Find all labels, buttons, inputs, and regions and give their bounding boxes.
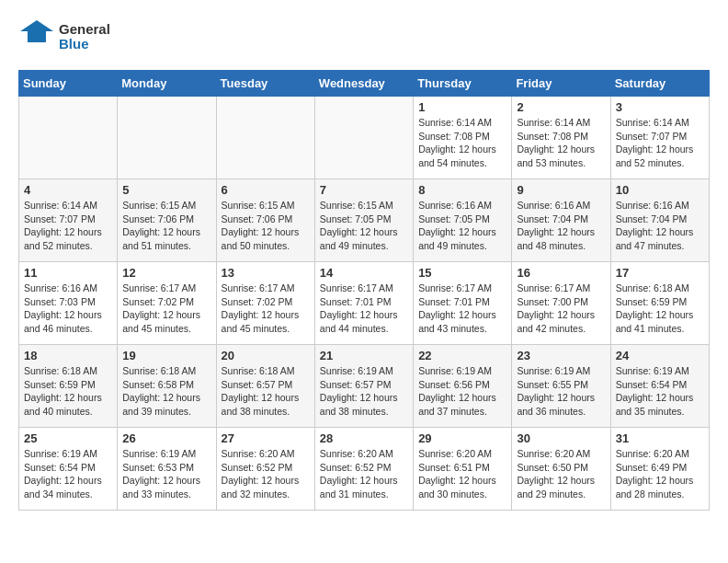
- day-number: 7: [320, 183, 408, 197]
- logo-blue-text: Blue: [59, 36, 89, 52]
- week-row-3: 11Sunrise: 6:16 AM Sunset: 7:03 PM Dayli…: [19, 262, 710, 345]
- day-info: Sunrise: 6:14 AM Sunset: 7:07 PM Dayligh…: [616, 116, 704, 170]
- calendar-cell: 17Sunrise: 6:18 AM Sunset: 6:59 PM Dayli…: [610, 262, 709, 345]
- day-number: 10: [616, 183, 704, 197]
- day-number: 23: [517, 349, 605, 362]
- calendar-cell: 14Sunrise: 6:17 AM Sunset: 7:01 PM Dayli…: [314, 262, 413, 345]
- day-info: Sunrise: 6:19 AM Sunset: 6:53 PM Dayligh…: [122, 447, 210, 501]
- day-info: Sunrise: 6:20 AM Sunset: 6:50 PM Dayligh…: [517, 447, 605, 501]
- logo: GeneralBlue: [18, 18, 110, 55]
- day-number: 29: [418, 431, 506, 445]
- day-info: Sunrise: 6:18 AM Sunset: 6:58 PM Dayligh…: [122, 364, 210, 419]
- day-info: Sunrise: 6:16 AM Sunset: 7:04 PM Dayligh…: [517, 199, 605, 253]
- calendar-cell: 18Sunrise: 6:18 AM Sunset: 6:59 PM Dayli…: [19, 345, 118, 428]
- calendar-cell: 16Sunrise: 6:17 AM Sunset: 7:00 PM Dayli…: [512, 262, 610, 345]
- days-header-row: SundayMondayTuesdayWednesdayThursdayFrid…: [19, 71, 710, 97]
- day-info: Sunrise: 6:15 AM Sunset: 7:06 PM Dayligh…: [122, 199, 210, 253]
- day-info: Sunrise: 6:18 AM Sunset: 6:57 PM Dayligh…: [222, 364, 310, 419]
- day-header-tuesday: Tuesday: [216, 71, 314, 97]
- day-number: 11: [24, 266, 112, 280]
- day-number: 19: [122, 349, 210, 362]
- calendar-cell: 4Sunrise: 6:14 AM Sunset: 7:07 PM Daylig…: [19, 179, 118, 262]
- calendar-cell: [19, 97, 118, 179]
- day-info: Sunrise: 6:19 AM Sunset: 6:54 PM Dayligh…: [24, 447, 112, 501]
- calendar-cell: 2Sunrise: 6:14 AM Sunset: 7:08 PM Daylig…: [512, 97, 610, 179]
- day-info: Sunrise: 6:17 AM Sunset: 7:02 PM Dayligh…: [222, 282, 310, 336]
- calendar-cell: [118, 97, 216, 179]
- day-number: 31: [616, 431, 704, 445]
- day-number: 25: [24, 431, 112, 445]
- day-number: 28: [320, 431, 408, 445]
- calendar-cell: 29Sunrise: 6:20 AM Sunset: 6:51 PM Dayli…: [414, 428, 512, 511]
- calendar-cell: [216, 97, 314, 179]
- day-info: Sunrise: 6:19 AM Sunset: 6:57 PM Dayligh…: [320, 364, 408, 419]
- day-info: Sunrise: 6:14 AM Sunset: 7:08 PM Dayligh…: [517, 116, 605, 170]
- day-number: 2: [517, 100, 605, 114]
- day-number: 21: [320, 349, 408, 362]
- day-info: Sunrise: 6:18 AM Sunset: 6:59 PM Dayligh…: [616, 282, 704, 336]
- day-number: 27: [222, 431, 310, 445]
- day-info: Sunrise: 6:15 AM Sunset: 7:05 PM Dayligh…: [320, 199, 408, 253]
- calendar-cell: 9Sunrise: 6:16 AM Sunset: 7:04 PM Daylig…: [512, 179, 610, 262]
- calendar-table: SundayMondayTuesdayWednesdayThursdayFrid…: [18, 70, 710, 511]
- day-number: 9: [517, 183, 605, 197]
- header: GeneralBlue: [18, 18, 710, 55]
- day-number: 17: [616, 266, 704, 280]
- day-info: Sunrise: 6:19 AM Sunset: 6:56 PM Dayligh…: [418, 364, 506, 419]
- day-number: 4: [24, 183, 112, 197]
- day-info: Sunrise: 6:16 AM Sunset: 7:05 PM Dayligh…: [418, 199, 506, 253]
- day-number: 14: [320, 266, 408, 280]
- day-info: Sunrise: 6:15 AM Sunset: 7:06 PM Dayligh…: [222, 199, 310, 253]
- day-info: Sunrise: 6:16 AM Sunset: 7:04 PM Dayligh…: [616, 199, 704, 253]
- calendar-cell: 27Sunrise: 6:20 AM Sunset: 6:52 PM Dayli…: [216, 428, 314, 511]
- calendar-cell: 31Sunrise: 6:20 AM Sunset: 6:49 PM Dayli…: [610, 428, 709, 511]
- day-number: 1: [418, 100, 506, 114]
- day-info: Sunrise: 6:19 AM Sunset: 6:54 PM Dayligh…: [616, 364, 704, 419]
- week-row-5: 25Sunrise: 6:19 AM Sunset: 6:54 PM Dayli…: [19, 428, 710, 511]
- day-header-friday: Friday: [512, 71, 610, 97]
- logo-general-text: General: [59, 21, 110, 37]
- day-number: 5: [122, 183, 210, 197]
- day-number: 12: [122, 266, 210, 280]
- week-row-2: 4Sunrise: 6:14 AM Sunset: 7:07 PM Daylig…: [19, 179, 710, 262]
- calendar-cell: 19Sunrise: 6:18 AM Sunset: 6:58 PM Dayli…: [118, 345, 216, 428]
- day-number: 26: [122, 431, 210, 445]
- day-number: 30: [517, 431, 605, 445]
- day-number: 20: [222, 349, 310, 362]
- day-number: 13: [222, 266, 310, 280]
- day-number: 16: [517, 266, 605, 280]
- calendar-cell: 13Sunrise: 6:17 AM Sunset: 7:02 PM Dayli…: [216, 262, 314, 345]
- week-row-4: 18Sunrise: 6:18 AM Sunset: 6:59 PM Dayli…: [19, 345, 710, 428]
- calendar-cell: [314, 97, 413, 179]
- svg-marker-0: [20, 20, 53, 42]
- calendar-cell: 15Sunrise: 6:17 AM Sunset: 7:01 PM Dayli…: [414, 262, 512, 345]
- calendar-cell: 3Sunrise: 6:14 AM Sunset: 7:07 PM Daylig…: [610, 97, 709, 179]
- day-info: Sunrise: 6:17 AM Sunset: 7:01 PM Dayligh…: [418, 282, 506, 336]
- day-number: 3: [616, 100, 704, 114]
- day-info: Sunrise: 6:17 AM Sunset: 7:02 PM Dayligh…: [122, 282, 210, 336]
- day-info: Sunrise: 6:14 AM Sunset: 7:07 PM Dayligh…: [24, 199, 112, 253]
- day-header-sunday: Sunday: [19, 71, 118, 97]
- calendar-cell: 22Sunrise: 6:19 AM Sunset: 6:56 PM Dayli…: [414, 345, 512, 428]
- calendar-cell: 6Sunrise: 6:15 AM Sunset: 7:06 PM Daylig…: [216, 179, 314, 262]
- calendar-cell: 21Sunrise: 6:19 AM Sunset: 6:57 PM Dayli…: [314, 345, 413, 428]
- day-info: Sunrise: 6:14 AM Sunset: 7:08 PM Dayligh…: [418, 116, 506, 170]
- calendar-cell: 10Sunrise: 6:16 AM Sunset: 7:04 PM Dayli…: [610, 179, 709, 262]
- day-header-monday: Monday: [118, 71, 216, 97]
- calendar-cell: 23Sunrise: 6:19 AM Sunset: 6:55 PM Dayli…: [512, 345, 610, 428]
- day-number: 8: [418, 183, 506, 197]
- day-info: Sunrise: 6:17 AM Sunset: 7:01 PM Dayligh…: [320, 282, 408, 336]
- calendar-cell: 26Sunrise: 6:19 AM Sunset: 6:53 PM Dayli…: [118, 428, 216, 511]
- calendar-cell: 24Sunrise: 6:19 AM Sunset: 6:54 PM Dayli…: [610, 345, 709, 428]
- day-info: Sunrise: 6:20 AM Sunset: 6:52 PM Dayligh…: [320, 447, 408, 501]
- calendar-cell: 11Sunrise: 6:16 AM Sunset: 7:03 PM Dayli…: [19, 262, 118, 345]
- day-info: Sunrise: 6:19 AM Sunset: 6:55 PM Dayligh…: [517, 364, 605, 419]
- day-number: 18: [24, 349, 112, 362]
- day-info: Sunrise: 6:18 AM Sunset: 6:59 PM Dayligh…: [24, 364, 112, 419]
- calendar-cell: 7Sunrise: 6:15 AM Sunset: 7:05 PM Daylig…: [314, 179, 413, 262]
- day-info: Sunrise: 6:20 AM Sunset: 6:49 PM Dayligh…: [616, 447, 704, 501]
- calendar-cell: 28Sunrise: 6:20 AM Sunset: 6:52 PM Dayli…: [314, 428, 413, 511]
- day-number: 22: [418, 349, 506, 362]
- day-number: 24: [616, 349, 704, 362]
- day-header-saturday: Saturday: [610, 71, 709, 97]
